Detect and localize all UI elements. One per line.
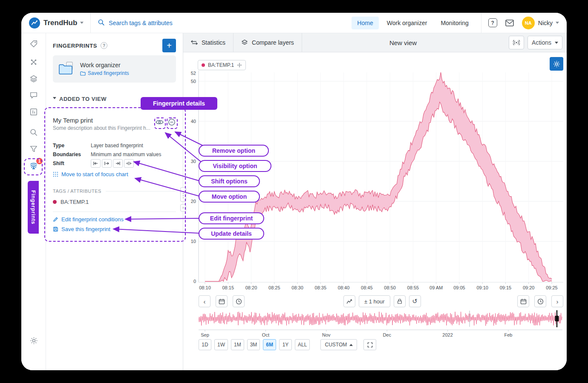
zoom-presets: 1D 1W 1M 3M 6M 1Y ALL CUSTOM <box>199 339 376 350</box>
tag-icon[interactable] <box>29 39 39 49</box>
svg-text:Feb: Feb <box>504 332 513 337</box>
section-title: ADDED TO VIEW <box>59 96 107 102</box>
svg-text:08:20: 08:20 <box>245 285 257 290</box>
svg-text:08:40: 08:40 <box>338 285 350 290</box>
visibility-eye-icon[interactable] <box>155 118 164 126</box>
rail-search-icon[interactable] <box>29 127 39 137</box>
user-name: Nicky <box>538 20 553 26</box>
filter-icon[interactable] <box>29 144 39 154</box>
trend-mode-button[interactable] <box>343 295 355 307</box>
brand-caret-icon[interactable] <box>80 22 84 26</box>
shift-option-1-button[interactable] <box>91 159 101 168</box>
user-menu-caret-icon[interactable] <box>556 22 559 26</box>
shift-option-4-button[interactable] <box>124 159 134 168</box>
left-time-controls: ‹ <box>199 295 245 307</box>
zoom-1y-button[interactable]: 1Y <box>279 339 292 350</box>
tag-row[interactable]: BA:TEMP.1 <box>53 199 176 205</box>
edit-fingerprint-link[interactable]: Edit fingerprint conditions <box>53 216 176 223</box>
settings-gear-icon[interactable] <box>29 335 39 346</box>
svg-text:09:10: 09:10 <box>476 285 488 290</box>
panel-collapse-button[interactable]: × <box>180 204 186 212</box>
tag-chip[interactable]: BA:TEMP.1 <box>198 60 246 70</box>
zoom-custom-button[interactable]: CUSTOM <box>320 339 357 350</box>
svg-text:09:20: 09:20 <box>523 285 535 290</box>
compare-layers-tab[interactable]: Compare layers <box>233 33 302 52</box>
zoom-1d-button[interactable]: 1D <box>199 339 211 350</box>
svg-text:08:25: 08:25 <box>268 285 280 290</box>
panel-resize-handle[interactable] <box>180 187 186 202</box>
search-input[interactable] <box>109 20 245 26</box>
context-overview-strip[interactable]: SepOctNovDec2022Feb <box>199 309 562 339</box>
svg-text:09:25: 09:25 <box>546 285 558 290</box>
type-value: Layer based fingerprint <box>91 143 143 149</box>
section-caret-icon <box>53 97 56 101</box>
chart-settings-gear-button[interactable] <box>550 57 563 71</box>
actions-button[interactable]: Actions <box>527 36 562 49</box>
actions-caret-icon <box>555 42 558 46</box>
statistics-tab[interactable]: Statistics <box>183 33 233 52</box>
svg-text:09:05: 09:05 <box>453 285 465 290</box>
zoom-6m-button[interactable]: 6M <box>263 339 276 350</box>
caret-up-icon <box>349 342 353 346</box>
panel-help-icon[interactable]: ? <box>101 42 107 49</box>
boundaries-value: Minimum and maximum values <box>91 151 161 157</box>
center-time-controls: ± 1 hour ↺ <box>343 295 421 307</box>
zoom-1w-button[interactable]: 1W <box>214 339 228 350</box>
dashboards-icon[interactable] <box>29 107 39 117</box>
shift-row: Shift <box>53 159 176 168</box>
nav-monitoring[interactable]: Monitoring <box>435 17 474 29</box>
expand-range-button[interactable] <box>363 339 376 350</box>
avatar[interactable]: NA <box>522 17 535 29</box>
history-reset-button[interactable]: ↺ <box>409 295 421 307</box>
svg-text:08:55: 08:55 <box>407 285 419 290</box>
added-to-view-section[interactable]: ADDED TO VIEW <box>53 95 176 102</box>
fingerprints-side-tab[interactable]: Fingerprints <box>28 181 39 234</box>
saved-fingerprints-link[interactable]: Saved fingerprints <box>80 70 129 76</box>
svg-text:2022: 2022 <box>442 332 453 337</box>
type-label: Type <box>53 143 91 149</box>
fingerprint-icon[interactable]: 1 <box>29 161 39 171</box>
fingerprints-panel: FINGERPRINTS ? + Work organizer Saved fi… <box>46 33 183 370</box>
comments-icon[interactable] <box>29 90 39 100</box>
move-cross-icon[interactable] <box>237 63 242 68</box>
page-left-button[interactable]: ‹ <box>199 295 210 307</box>
nav-home[interactable]: Home <box>352 17 378 29</box>
fingerprint-properties: Type Layer based fingerprint Boundaries … <box>53 141 176 168</box>
broadcast-button[interactable] <box>509 36 524 49</box>
remove-minus-circle-icon[interactable] <box>167 118 176 126</box>
zoom-3m-button[interactable]: 3M <box>247 339 260 350</box>
mail-icon[interactable] <box>505 18 514 28</box>
work-organizer-card[interactable]: Work organizer Saved fingerprints <box>53 55 176 83</box>
nav-work-organizer[interactable]: Work organizer <box>381 17 433 29</box>
zoom-1m-button[interactable]: 1M <box>231 339 244 350</box>
svg-text:40: 40 <box>191 119 196 124</box>
calendar-right-button[interactable] <box>517 295 529 307</box>
add-fingerprint-button[interactable]: + <box>162 39 176 52</box>
help-icon[interactable]: ? <box>488 18 497 27</box>
focus-chart[interactable]: 525040302010008:1008:1508:2008:2508:3008… <box>186 70 563 293</box>
connections-icon[interactable] <box>29 57 39 67</box>
type-row: Type Layer based fingerprint <box>53 141 176 150</box>
svg-text:09 AM: 09 AM <box>429 285 443 290</box>
save-fingerprint-link[interactable]: Save this fingerprint <box>53 226 176 232</box>
view-title: New view <box>389 33 417 52</box>
divider <box>481 13 481 33</box>
fingerprint-badge: 1 <box>36 158 43 164</box>
shift-option-3-button[interactable] <box>113 159 123 168</box>
toolbar-actions: Actions <box>509 36 562 49</box>
boundaries-label: Boundaries <box>53 151 91 157</box>
shift-option-2-button[interactable] <box>102 159 112 168</box>
time-window-button[interactable]: ± 1 hour <box>359 295 390 307</box>
shift-label: Shift <box>53 160 91 166</box>
lock-button[interactable] <box>394 295 406 307</box>
calendar-left-button[interactable] <box>216 295 228 307</box>
clock-right-button[interactable] <box>534 295 546 307</box>
tag-chip-dot <box>202 63 205 67</box>
page-right-button[interactable]: › <box>551 295 563 307</box>
layers-icon[interactable] <box>29 74 39 84</box>
fingerprint-card-actions <box>155 118 176 126</box>
svg-text:20: 20 <box>191 199 196 204</box>
move-to-start-link[interactable]: Move to start of focus chart <box>53 171 176 177</box>
zoom-all-button[interactable]: ALL <box>295 339 310 350</box>
clock-left-button[interactable] <box>233 295 245 307</box>
